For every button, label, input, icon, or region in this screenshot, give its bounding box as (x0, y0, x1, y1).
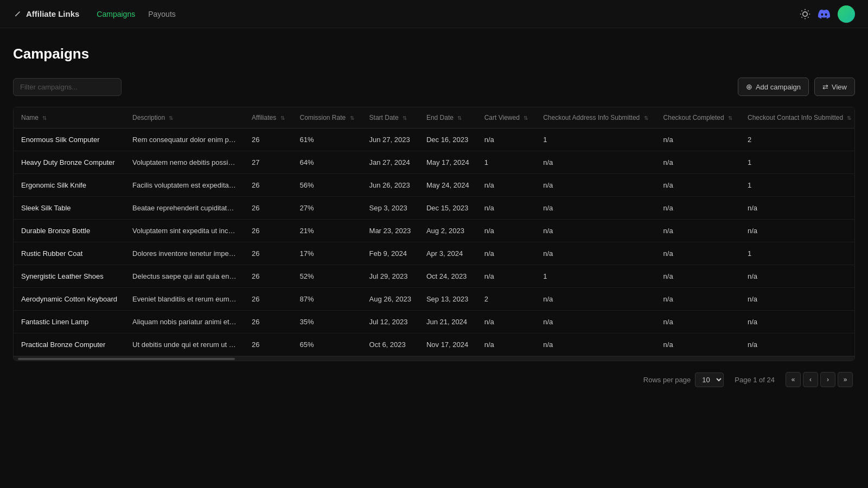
col-affiliates[interactable]: Affiliates ⇅ (244, 107, 292, 129)
col-checkout-completed[interactable]: Checkout Completed ⇅ (656, 107, 740, 129)
nav-campaigns[interactable]: Campaigns (97, 10, 135, 18)
table-cell: 26 (244, 174, 292, 197)
table-cell: Aerodynamic Cotton Keyboard (14, 288, 125, 311)
table-row[interactable]: Practical Bronze ComputerUt debitis unde… (14, 333, 855, 356)
col-checkout-contact[interactable]: Checkout Contact Info Submitted ⇅ (740, 107, 855, 129)
add-campaign-button[interactable]: ⊕ Add campaign (738, 78, 809, 96)
next-page-button[interactable]: › (820, 372, 835, 387)
table-cell: Beatae reprehenderit cupiditate voluptas… (125, 197, 244, 220)
table-cell: 26 (244, 129, 292, 151)
col-description[interactable]: Description ⇅ (125, 107, 244, 129)
nav-links: Campaigns Payouts (97, 10, 175, 18)
table-row[interactable]: Ergonomic Silk KnifeFacilis voluptatem e… (14, 174, 855, 197)
first-page-button[interactable]: « (786, 372, 801, 387)
brand[interactable]: ⟋ Affiliate Links (13, 9, 79, 19)
table-cell: n/a (656, 242, 740, 265)
sort-icon-cart: ⇅ (524, 115, 528, 121)
prev-page-button[interactable]: ‹ (803, 372, 818, 387)
table-cell: 21% (292, 220, 362, 242)
table-cell: Oct 24, 2023 (419, 265, 477, 288)
table-cell: 1 (740, 174, 855, 197)
table-cell: n/a (656, 265, 740, 288)
table-row[interactable]: Heavy Duty Bronze ComputerVoluptatem nem… (14, 151, 855, 174)
table-cell: Dec 15, 2023 (419, 197, 477, 220)
table-cell: n/a (656, 333, 740, 356)
table-cell: n/a (740, 265, 855, 288)
table-cell: Jun 26, 2023 (362, 174, 419, 197)
col-checkout-address[interactable]: Checkout Address Info Submitted ⇅ (535, 107, 655, 129)
table-cell: n/a (656, 174, 740, 197)
table-cell: Sleek Silk Table (14, 197, 125, 220)
table-cell: Rustic Rubber Coat (14, 242, 125, 265)
filter-input[interactable] (13, 78, 122, 96)
sort-icon-contact: ⇅ (847, 115, 851, 121)
navbar: ⟋ Affiliate Links Campaigns Payouts (0, 0, 868, 28)
table-cell: 52% (292, 265, 362, 288)
discord-button[interactable] (818, 8, 830, 20)
table-cell: Aliquam nobis pariatur animi et recusand… (125, 311, 244, 333)
table-scrollbar[interactable] (14, 356, 854, 361)
table-cell: Nov 17, 2024 (419, 333, 477, 356)
sort-icon-addr: ⇅ (644, 115, 648, 121)
table-cell: Voluptatem sint expedita ut incidunt vol… (125, 220, 244, 242)
table-cell: 26 (244, 311, 292, 333)
table-cell: May 24, 2024 (419, 174, 477, 197)
table-row[interactable]: Sleek Silk TableBeatae reprehenderit cup… (14, 197, 855, 220)
table-cell: Practical Bronze Computer (14, 333, 125, 356)
table-cell: Apr 3, 2024 (419, 242, 477, 265)
table-cell: n/a (477, 129, 535, 151)
table-cell: n/a (535, 174, 655, 197)
table-row[interactable]: Durable Bronze BottleVoluptatem sint exp… (14, 220, 855, 242)
rows-per-page-label: Rows per page (643, 376, 691, 384)
brand-name: Affiliate Links (26, 9, 79, 18)
col-commission[interactable]: Comission Rate ⇅ (292, 107, 362, 129)
page-title: Campaigns (13, 46, 855, 62)
rows-per-page-control: Rows per page 10 25 50 (643, 373, 724, 387)
rows-per-page-select[interactable]: 10 25 50 (695, 373, 724, 387)
sort-icon-name: ⇅ (42, 115, 47, 121)
view-icon: ⇄ (822, 83, 828, 91)
table-cell: n/a (535, 151, 655, 174)
table-cell: n/a (477, 220, 535, 242)
col-cart-viewed[interactable]: Cart Viewed ⇅ (477, 107, 535, 129)
col-end-date[interactable]: End Date ⇅ (419, 107, 477, 129)
table-cell: n/a (477, 311, 535, 333)
table-cell: Jul 12, 2023 (362, 311, 419, 333)
table-cell: n/a (535, 242, 655, 265)
table-cell: Ergonomic Silk Knife (14, 174, 125, 197)
avatar[interactable] (838, 5, 855, 23)
view-button[interactable]: ⇄ View (814, 78, 855, 96)
table-cell: n/a (656, 151, 740, 174)
col-start-date[interactable]: Start Date ⇅ (362, 107, 419, 129)
table-cell: 1 (740, 242, 855, 265)
table-cell: 35% (292, 311, 362, 333)
col-name[interactable]: Name ⇅ (14, 107, 125, 129)
table-cell: 56% (292, 174, 362, 197)
table-row[interactable]: Rustic Rubber CoatDolores inventore tene… (14, 242, 855, 265)
theme-toggle-button[interactable] (800, 9, 810, 20)
table-cell: 64% (292, 151, 362, 174)
table-cell: n/a (535, 288, 655, 311)
pagination-bar: Rows per page 10 25 50 Page 1 of 24 « ‹ … (13, 361, 855, 387)
svg-point-0 (803, 11, 807, 16)
table-cell: 27% (292, 197, 362, 220)
main-content: Campaigns ⊕ Add campaign ⇄ View Name ⇅ D… (0, 28, 868, 400)
table-header: Name ⇅ Description ⇅ Affiliates ⇅ Comiss… (14, 107, 855, 129)
table-row[interactable]: Fantastic Linen LampAliquam nobis pariat… (14, 311, 855, 333)
table-cell: Mar 23, 2023 (362, 220, 419, 242)
table-cell: n/a (656, 197, 740, 220)
toolbar-right: ⊕ Add campaign ⇄ View (738, 78, 855, 96)
last-page-button[interactable]: » (838, 372, 853, 387)
table-row[interactable]: Enormous Silk ComputerRem consequatur do… (14, 129, 855, 151)
nav-payouts[interactable]: Payouts (148, 10, 176, 18)
table-row[interactable]: Aerodynamic Cotton KeyboardEveniet bland… (14, 288, 855, 311)
table-cell: 2 (477, 288, 535, 311)
table-row[interactable]: Synergistic Leather ShoesDelectus saepe … (14, 265, 855, 288)
table-cell: Heavy Duty Bronze Computer (14, 151, 125, 174)
table-cell: 87% (292, 288, 362, 311)
table-cell: n/a (535, 197, 655, 220)
table-cell: Durable Bronze Bottle (14, 220, 125, 242)
table-cell: n/a (535, 311, 655, 333)
table-cell: Ut debitis unde qui et rerum ut laborios… (125, 333, 244, 356)
campaigns-table-wrapper: Name ⇅ Description ⇅ Affiliates ⇅ Comiss… (13, 107, 855, 361)
